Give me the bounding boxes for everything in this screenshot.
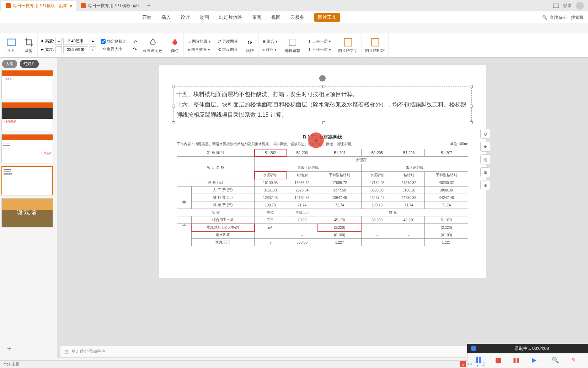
width-icon: ⬌: [41, 47, 44, 52]
layers-tool[interactable]: ❖: [480, 142, 490, 152]
thumbnail-3[interactable]: ━━━━━━━━━━━━━━━ 一卜说造价: [1, 134, 53, 163]
pic-to-text-icon: [343, 37, 353, 47]
document-tab-2[interactable]: 每日一技专用PPT模板.pptx: [76, 1, 144, 11]
effect-icon: ◈: [187, 47, 190, 52]
collapse-tool[interactable]: ⊖: [480, 129, 490, 139]
resize-handle-nw[interactable]: [172, 85, 175, 88]
outline-tab[interactable]: 大纲: [2, 60, 17, 68]
thumbnail-5[interactable]: 谢 观 看: [1, 198, 53, 227]
login-link[interactable]: 登录: [563, 3, 572, 9]
ribbon-color[interactable]: 颜色: [166, 33, 184, 57]
width-increase[interactable]: +: [90, 46, 96, 53]
pic-effect-button[interactable]: ◈图片效果 ▾: [186, 46, 212, 53]
ime-punct-icon[interactable]: °,: [475, 361, 479, 367]
tab-label: 每日一技专用PPT模板.pptx: [88, 3, 139, 9]
menu-tab-slideshow[interactable]: 幻灯片放映: [219, 14, 242, 21]
rec-tool-4[interactable]: ✎: [571, 357, 579, 364]
menu-tab-view[interactable]: 视图: [271, 14, 280, 21]
menu-tab-insert[interactable]: 插入: [161, 14, 171, 21]
menu-tab-cloud[interactable]: 云服务: [290, 14, 304, 21]
width-input[interactable]: [63, 46, 88, 53]
rec-tool-3[interactable]: 🔍: [552, 357, 560, 364]
table-row: 其中 人 工 费 (元) 3161.902570.543377.503595.9…: [177, 186, 468, 194]
ribbon-transparency[interactable]: 设置透明色: [139, 33, 166, 57]
change-pic-icon: ⇄: [218, 39, 221, 44]
rotate-right-icon[interactable]: ↷: [133, 46, 137, 52]
menu-tabs: 开始 插入 设计 动画 幻灯片放映 审阅 视图 云服务 图片工具 🔍 查找命令、…: [0, 12, 588, 23]
ime-s-icon[interactable]: S: [460, 361, 466, 367]
slide-canvas[interactable]: 十五、块料楼地面面层均不包括酸洗、打蜡，发生时可按相应项目计算。 十六、整体面层…: [57, 58, 588, 358]
ribbon-crop[interactable]: 裁剪: [20, 33, 38, 57]
menu-tab-picture-tools[interactable]: 图片工具: [314, 13, 340, 22]
ribbon: 图片 裁剪 ⬍ 高度: − + ⬌ 宽度: − + 锁定纵横比 ⟲ 重设大小: [0, 33, 588, 58]
avatar[interactable]: [576, 2, 584, 10]
zoom-tool[interactable]: ⊕: [480, 167, 490, 177]
resize-handle-s[interactable]: [322, 121, 325, 124]
move-cursor-icon: ✥: [314, 137, 318, 143]
reset-icon: ⟲: [102, 47, 106, 51]
recording-label: 录制中...: [515, 346, 531, 351]
ribbon-select-pane[interactable]: 选择窗格: [281, 33, 304, 57]
menu-tab-animation[interactable]: 动画: [200, 14, 209, 21]
lock-ratio-checkbox[interactable]: 锁定纵横比: [101, 39, 127, 44]
thumbnail-4[interactable]: ━━━━━━━━━━━━━━▦▦▦▦▦: [1, 166, 53, 195]
forward-icon: ⬆: [308, 39, 311, 44]
resize-handle-ne[interactable]: [470, 85, 473, 88]
reset-pic-button[interactable]: ⟲重设图片: [217, 46, 239, 53]
rec-tool-1[interactable]: ▮▮: [513, 357, 521, 364]
status-theme: ffice 主题: [4, 362, 20, 367]
slides-tab[interactable]: 幻灯片: [20, 60, 39, 68]
menu-tab-start[interactable]: 开始: [142, 14, 151, 21]
bring-forward-button[interactable]: ⬆上移一层 ▾: [306, 38, 332, 45]
search-placeholder[interactable]: 查找命令、搜索模: [550, 15, 584, 21]
stop-button[interactable]: [496, 358, 501, 363]
resize-handle-e[interactable]: [470, 105, 473, 107]
outline-icon: ▭: [187, 39, 191, 44]
ime-zhong[interactable]: 中: [468, 361, 472, 367]
table-row: 人工 综合用工一类工日70.00 45.17039.35048.25051.37…: [177, 216, 468, 224]
height-label: 高度:: [45, 38, 54, 44]
ribbon-pic-to-pdf[interactable]: 图片转PDF: [362, 33, 389, 57]
resize-handle-w[interactable]: [172, 105, 175, 107]
grid-tool[interactable]: ⊞: [480, 180, 490, 190]
lock-ratio-check[interactable]: [101, 39, 106, 44]
add-slide-button[interactable]: +: [7, 345, 11, 353]
ribbon-insert-pic[interactable]: 图片: [3, 33, 20, 57]
send-backward-button[interactable]: ⬇下移一层 ▾: [306, 46, 332, 53]
pic-outline-button[interactable]: ▭图片轮廓 ▾: [186, 38, 212, 45]
align-button[interactable]: ≡对齐 ▾: [261, 46, 279, 53]
menu-tab-design[interactable]: 设计: [181, 14, 190, 21]
ime-face-icon[interactable]: ☺: [481, 361, 486, 367]
color-icon: [170, 37, 180, 47]
menu-tab-review[interactable]: 审阅: [252, 14, 261, 21]
ppt-icon: [6, 3, 11, 8]
rotate-handle[interactable]: [319, 75, 326, 82]
thumbnail-2[interactable]: 一卜说造价: [1, 102, 53, 131]
height-increase[interactable]: +: [90, 38, 96, 45]
tab-label: 每日一技专用PPT模板 - 副本: [13, 3, 68, 9]
reset-size-button[interactable]: ⟲ 重设大小: [101, 46, 127, 52]
floating-tools: ⊖ ❖ ⎘ ⊕ ⊞: [480, 129, 490, 190]
group-button[interactable]: ⊞组合 ▾: [261, 38, 279, 45]
rotate-left-icon[interactable]: ↶: [133, 39, 137, 45]
height-decrease[interactable]: −: [55, 38, 62, 45]
document-tab-1[interactable]: 每日一技专用PPT模板 - 副本 ●: [1, 1, 76, 11]
resize-handle-n[interactable]: [322, 85, 325, 88]
text-box-selected[interactable]: 十五、块料楼地面面层均不包括酸洗、打蜡，发生时可按相应项目计算。 十六、整体面层…: [173, 86, 472, 123]
resize-handle-se[interactable]: [470, 121, 473, 124]
change-pic-button[interactable]: ⇄更改图片: [217, 38, 239, 45]
crop-tool[interactable]: ⎘: [480, 154, 490, 164]
width-label: 宽度:: [45, 47, 54, 52]
thumbnail-1[interactable]: 卜说造价: [1, 70, 53, 99]
pic-to-pdf-icon: [370, 37, 380, 47]
table-row: 机 械 费 (元) 100.7071.7471.74100.7071.7471.…: [177, 201, 468, 209]
ribbon-rotate[interactable]: ⟳ 旋转: [241, 33, 259, 57]
search-icon[interactable]: 🔍: [542, 15, 547, 20]
width-decrease[interactable]: −: [55, 46, 62, 53]
resize-handle-sw[interactable]: [172, 121, 175, 124]
height-input[interactable]: [63, 38, 88, 45]
new-tab-button[interactable]: +: [144, 1, 154, 11]
window-mode-icon[interactable]: [553, 4, 559, 8]
rec-tool-2[interactable]: ▶: [532, 357, 540, 364]
ribbon-pic-to-text[interactable]: 图片转文字: [335, 33, 362, 57]
